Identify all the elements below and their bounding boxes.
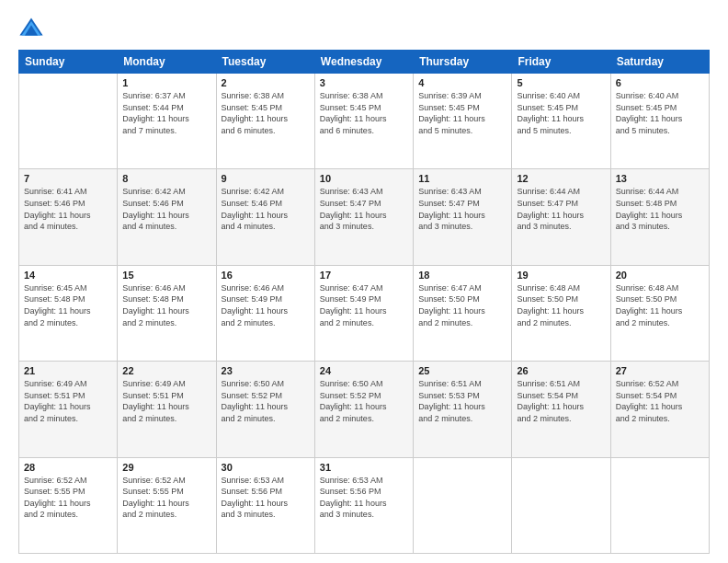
calendar-cell: 7Sunrise: 6:41 AMSunset: 5:46 PMDaylight… [19, 169, 118, 265]
day-number: 2 [222, 77, 310, 88]
calendar-cell: 11Sunrise: 6:43 AMSunset: 5:47 PMDayligh… [414, 169, 512, 265]
day-number: 9 [222, 173, 310, 184]
calendar-cell: 25Sunrise: 6:51 AMSunset: 5:53 PMDayligh… [414, 362, 512, 457]
calendar-cell: 19Sunrise: 6:48 AMSunset: 5:50 PMDayligh… [512, 265, 610, 361]
calendar-cell: 13Sunrise: 6:44 AMSunset: 5:48 PMDayligh… [610, 169, 709, 265]
day-number: 30 [222, 462, 310, 473]
calendar-cell: 1Sunrise: 6:37 AMSunset: 5:44 PMDaylight… [118, 74, 216, 169]
calendar-week-row: 14Sunrise: 6:45 AMSunset: 5:48 PMDayligh… [19, 265, 710, 361]
page: SundayMondayTuesdayWednesdayThursdayFrid… [0, 0, 728, 563]
day-info: Sunrise: 6:51 AMSunset: 5:53 PMDaylight:… [418, 378, 506, 424]
day-info: Sunrise: 6:52 AMSunset: 5:55 PMDaylight:… [24, 475, 112, 521]
day-number: 8 [122, 173, 210, 184]
day-number: 17 [320, 270, 408, 281]
logo-icon [18, 15, 44, 40]
calendar-week-row: 1Sunrise: 6:37 AMSunset: 5:44 PMDaylight… [19, 74, 710, 169]
day-info: Sunrise: 6:50 AMSunset: 5:52 PMDaylight:… [320, 378, 408, 424]
day-number: 22 [122, 365, 210, 376]
calendar-cell: 14Sunrise: 6:45 AMSunset: 5:48 PMDayligh… [19, 265, 118, 361]
day-info: Sunrise: 6:51 AMSunset: 5:54 PMDaylight:… [517, 378, 605, 424]
day-info: Sunrise: 6:50 AMSunset: 5:52 PMDaylight:… [222, 378, 310, 424]
day-number: 14 [24, 270, 112, 281]
calendar-cell: 8Sunrise: 6:42 AMSunset: 5:46 PMDaylight… [118, 169, 216, 265]
day-info: Sunrise: 6:52 AMSunset: 5:54 PMDaylight:… [616, 378, 704, 424]
calendar-cell: 16Sunrise: 6:46 AMSunset: 5:49 PMDayligh… [216, 265, 314, 361]
day-info: Sunrise: 6:42 AMSunset: 5:46 PMDaylight:… [222, 186, 310, 232]
calendar-cell [512, 457, 610, 553]
day-info: Sunrise: 6:43 AMSunset: 5:47 PMDaylight:… [418, 186, 506, 232]
day-number: 28 [24, 462, 112, 473]
day-info: Sunrise: 6:46 AMSunset: 5:49 PMDaylight:… [222, 282, 310, 328]
calendar-cell: 27Sunrise: 6:52 AMSunset: 5:54 PMDayligh… [610, 362, 709, 457]
calendar-week-row: 21Sunrise: 6:49 AMSunset: 5:51 PMDayligh… [19, 362, 710, 457]
day-info: Sunrise: 6:37 AMSunset: 5:44 PMDaylight:… [122, 90, 210, 136]
day-number: 23 [222, 365, 310, 376]
calendar-cell: 20Sunrise: 6:48 AMSunset: 5:50 PMDayligh… [610, 265, 709, 361]
calendar-cell: 9Sunrise: 6:42 AMSunset: 5:46 PMDaylight… [216, 169, 314, 265]
day-info: Sunrise: 6:40 AMSunset: 5:45 PMDaylight:… [616, 90, 704, 136]
day-number: 12 [517, 173, 605, 184]
day-info: Sunrise: 6:39 AMSunset: 5:45 PMDaylight:… [418, 90, 506, 136]
calendar-cell: 2Sunrise: 6:38 AMSunset: 5:45 PMDaylight… [216, 74, 314, 169]
calendar-week-row: 7Sunrise: 6:41 AMSunset: 5:46 PMDaylight… [19, 169, 710, 265]
day-info: Sunrise: 6:53 AMSunset: 5:56 PMDaylight:… [320, 475, 408, 521]
day-info: Sunrise: 6:52 AMSunset: 5:55 PMDaylight:… [122, 475, 210, 521]
calendar-week-row: 28Sunrise: 6:52 AMSunset: 5:55 PMDayligh… [19, 457, 710, 553]
weekday-header-thursday: Thursday [414, 51, 512, 74]
day-number: 16 [222, 270, 310, 281]
weekday-header-row: SundayMondayTuesdayWednesdayThursdayFrid… [19, 51, 710, 74]
day-number: 31 [320, 462, 408, 473]
calendar-cell: 12Sunrise: 6:44 AMSunset: 5:47 PMDayligh… [512, 169, 610, 265]
day-number: 26 [517, 365, 605, 376]
calendar-cell: 15Sunrise: 6:46 AMSunset: 5:48 PMDayligh… [118, 265, 216, 361]
day-number: 4 [418, 77, 506, 88]
calendar-cell: 6Sunrise: 6:40 AMSunset: 5:45 PMDaylight… [610, 74, 709, 169]
calendar-cell: 22Sunrise: 6:49 AMSunset: 5:51 PMDayligh… [118, 362, 216, 457]
day-number: 13 [616, 173, 704, 184]
day-info: Sunrise: 6:38 AMSunset: 5:45 PMDaylight:… [222, 90, 310, 136]
day-number: 11 [418, 173, 506, 184]
day-info: Sunrise: 6:45 AMSunset: 5:48 PMDaylight:… [24, 282, 112, 328]
day-number: 10 [320, 173, 408, 184]
day-info: Sunrise: 6:40 AMSunset: 5:45 PMDaylight:… [517, 90, 605, 136]
day-info: Sunrise: 6:41 AMSunset: 5:46 PMDaylight:… [24, 186, 112, 232]
weekday-header-friday: Friday [512, 51, 610, 74]
calendar-cell: 24Sunrise: 6:50 AMSunset: 5:52 PMDayligh… [314, 362, 413, 457]
day-number: 1 [122, 77, 210, 88]
calendar-cell [19, 74, 118, 169]
day-info: Sunrise: 6:48 AMSunset: 5:50 PMDaylight:… [517, 282, 605, 328]
day-info: Sunrise: 6:44 AMSunset: 5:47 PMDaylight:… [517, 186, 605, 232]
day-number: 15 [122, 270, 210, 281]
day-number: 5 [517, 77, 605, 88]
calendar-cell: 26Sunrise: 6:51 AMSunset: 5:54 PMDayligh… [512, 362, 610, 457]
day-info: Sunrise: 6:53 AMSunset: 5:56 PMDaylight:… [222, 475, 310, 521]
calendar-cell: 30Sunrise: 6:53 AMSunset: 5:56 PMDayligh… [216, 457, 314, 553]
header [18, 15, 710, 40]
day-number: 6 [616, 77, 704, 88]
day-info: Sunrise: 6:46 AMSunset: 5:48 PMDaylight:… [122, 282, 210, 328]
day-number: 27 [616, 365, 704, 376]
day-number: 21 [24, 365, 112, 376]
day-number: 18 [418, 270, 506, 281]
day-info: Sunrise: 6:43 AMSunset: 5:47 PMDaylight:… [320, 186, 408, 232]
weekday-header-wednesday: Wednesday [314, 51, 413, 74]
day-info: Sunrise: 6:48 AMSunset: 5:50 PMDaylight:… [616, 282, 704, 328]
day-number: 29 [122, 462, 210, 473]
calendar-cell: 28Sunrise: 6:52 AMSunset: 5:55 PMDayligh… [19, 457, 118, 553]
calendar-cell: 17Sunrise: 6:47 AMSunset: 5:49 PMDayligh… [314, 265, 413, 361]
weekday-header-monday: Monday [118, 51, 216, 74]
day-info: Sunrise: 6:42 AMSunset: 5:46 PMDaylight:… [122, 186, 210, 232]
calendar-cell [414, 457, 512, 553]
day-number: 24 [320, 365, 408, 376]
calendar-cell: 10Sunrise: 6:43 AMSunset: 5:47 PMDayligh… [314, 169, 413, 265]
calendar-cell: 21Sunrise: 6:49 AMSunset: 5:51 PMDayligh… [19, 362, 118, 457]
weekday-header-saturday: Saturday [610, 51, 709, 74]
day-number: 3 [320, 77, 408, 88]
calendar-cell: 5Sunrise: 6:40 AMSunset: 5:45 PMDaylight… [512, 74, 610, 169]
day-info: Sunrise: 6:49 AMSunset: 5:51 PMDaylight:… [122, 378, 210, 424]
calendar-cell: 18Sunrise: 6:47 AMSunset: 5:50 PMDayligh… [414, 265, 512, 361]
calendar-cell [610, 457, 709, 553]
calendar-cell: 31Sunrise: 6:53 AMSunset: 5:56 PMDayligh… [314, 457, 413, 553]
day-number: 25 [418, 365, 506, 376]
day-number: 20 [616, 270, 704, 281]
